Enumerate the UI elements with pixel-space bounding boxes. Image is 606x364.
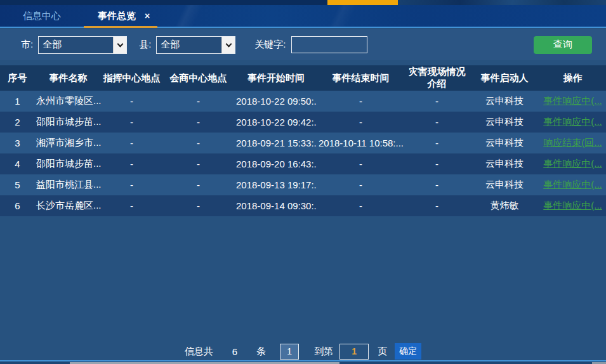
total-suffix-label: 条 bbox=[256, 346, 266, 358]
cell-scene-intro: - bbox=[404, 174, 470, 195]
col-starter: 事件启动人 bbox=[470, 65, 539, 91]
cell-end-time: - bbox=[317, 174, 404, 195]
cell-scene-intro: - bbox=[404, 91, 470, 112]
col-operation: 操作 bbox=[539, 65, 606, 91]
cell-command-center: - bbox=[102, 133, 162, 153]
cell-end-time: - bbox=[317, 195, 404, 216]
cell-start-time: 2018-09-14 09:30:... bbox=[235, 195, 317, 216]
cell-start-time: 2018-09-20 16:43:... bbox=[235, 153, 317, 174]
chevron-down-icon[interactable] bbox=[221, 37, 235, 53]
cell-meeting-center: - bbox=[162, 153, 235, 174]
cell-starter: 云申科技 bbox=[470, 112, 539, 133]
cell-scene-intro: - bbox=[404, 195, 470, 216]
county-label: 县: bbox=[139, 39, 151, 51]
cell-seq: 6 bbox=[0, 195, 35, 216]
active-tab-underline bbox=[84, 26, 157, 28]
cell-event-name: 邵阳市城步苗... bbox=[35, 153, 102, 174]
cell-command-center: - bbox=[102, 174, 162, 195]
cell-starter: 黄炜敏 bbox=[470, 195, 539, 216]
filter-bar: 市: 全部 县: 全部 关键字: 查询 bbox=[0, 29, 606, 60]
cell-seq: 1 bbox=[0, 91, 35, 112]
pagination-bar: 信息共 6 条 1 到第 页 确定 bbox=[0, 342, 606, 360]
cell-event-name: 永州市零陵区... bbox=[35, 91, 102, 112]
total-count: 6 bbox=[232, 346, 237, 357]
cell-meeting-center: - bbox=[162, 112, 235, 133]
cell-end-time: - bbox=[317, 153, 404, 174]
table-row[interactable]: 1 永州市零陵区... - - 2018-10-22 09:50:... - -… bbox=[0, 91, 606, 112]
action-link[interactable]: 事件响应中(... bbox=[543, 158, 602, 169]
cell-seq: 2 bbox=[0, 112, 35, 133]
tab-info-center[interactable]: 信息中心 bbox=[0, 5, 84, 27]
cell-start-time: 2018-09-13 19:17:... bbox=[235, 174, 317, 195]
cell-start-time: 2018-10-22 09:50:... bbox=[235, 91, 317, 112]
cell-starter: 云申科技 bbox=[470, 174, 539, 195]
cell-end-time: 2018-10-11 10:58:... bbox=[317, 133, 404, 153]
cell-command-center: - bbox=[102, 153, 162, 174]
cell-seq: 5 bbox=[0, 174, 35, 195]
tab-event-overview[interactable]: 事件总览 × bbox=[84, 5, 157, 27]
cell-seq: 4 bbox=[0, 153, 35, 174]
city-select-value: 全部 bbox=[39, 39, 113, 51]
keyword-label: 关键字: bbox=[254, 39, 286, 51]
cell-start-time: 2018-10-22 09:42:... bbox=[235, 112, 317, 133]
county-select-value: 全部 bbox=[157, 39, 221, 51]
confirm-button[interactable]: 确定 bbox=[395, 343, 421, 360]
cell-command-center: - bbox=[102, 112, 162, 133]
cell-event-name: 邵阳市城步苗... bbox=[35, 112, 102, 133]
action-link[interactable]: 事件响应中(... bbox=[543, 95, 602, 106]
cell-seq: 3 bbox=[0, 133, 35, 153]
col-meeting-center: 会商中心地点 bbox=[162, 65, 235, 91]
goto-page-label: 到第 bbox=[314, 346, 333, 358]
page-number-button[interactable]: 1 bbox=[280, 344, 299, 360]
table-row[interactable]: 6 长沙市岳麓区... - - 2018-09-14 09:30:... - -… bbox=[0, 195, 606, 216]
query-button[interactable]: 查询 bbox=[534, 36, 592, 54]
close-icon[interactable]: × bbox=[145, 11, 150, 21]
cell-starter: 云申科技 bbox=[470, 153, 539, 174]
action-link[interactable]: 事件响应中(... bbox=[543, 116, 602, 127]
cell-scene-intro: - bbox=[404, 112, 470, 133]
event-overview-page: { "top": { "tabs": [ { "label": "信息中心", … bbox=[0, 0, 606, 364]
col-scene-intro: 灾害现场情况介绍 bbox=[404, 65, 470, 91]
cell-end-time: - bbox=[317, 91, 404, 112]
table-row[interactable]: 3 湘潭市湘乡市... - - 2018-09-21 15:33:... 201… bbox=[0, 133, 606, 153]
col-end-time: 事件结束时间 bbox=[317, 65, 404, 91]
event-table: 序号 事件名称 指挥中心地点 会商中心地点 事件开始时间 事件结束时间 灾害现场… bbox=[0, 65, 606, 216]
cell-event-name: 湘潭市湘乡市... bbox=[35, 133, 102, 153]
cell-scene-intro: - bbox=[404, 133, 470, 153]
col-start-time: 事件开始时间 bbox=[235, 65, 317, 91]
top-strip bbox=[0, 0, 606, 5]
action-link[interactable]: 事件响应中(... bbox=[543, 179, 602, 190]
cell-command-center: - bbox=[102, 195, 162, 216]
col-command-center: 指挥中心地点 bbox=[102, 65, 162, 91]
city-select[interactable]: 全部 bbox=[38, 36, 127, 54]
tab-event-overview-label: 事件总览 bbox=[98, 10, 136, 22]
cell-starter: 云申科技 bbox=[470, 133, 539, 153]
county-select[interactable]: 全部 bbox=[156, 36, 235, 54]
total-prefix-label: 信息共 bbox=[185, 346, 213, 358]
cell-start-time: 2018-09-21 15:33:... bbox=[235, 133, 317, 153]
action-link[interactable]: 响应结束(回... bbox=[543, 137, 602, 148]
cell-starter: 云申科技 bbox=[470, 91, 539, 112]
keyword-input[interactable] bbox=[291, 36, 367, 53]
cell-command-center: - bbox=[102, 91, 162, 112]
tab-bar: 信息中心 事件总览 × bbox=[0, 5, 606, 28]
page-suffix-label: 页 bbox=[378, 346, 387, 358]
cell-scene-intro: - bbox=[404, 153, 470, 174]
top-background-image bbox=[398, 0, 606, 5]
goto-page-input[interactable] bbox=[339, 344, 369, 360]
cell-meeting-center: - bbox=[162, 91, 235, 112]
table-header: 序号 事件名称 指挥中心地点 会商中心地点 事件开始时间 事件结束时间 灾害现场… bbox=[0, 65, 606, 91]
cell-event-name: 益阳市桃江县... bbox=[35, 174, 102, 195]
top-orange-segment bbox=[327, 0, 398, 5]
cell-end-time: - bbox=[317, 112, 404, 133]
cell-meeting-center: - bbox=[162, 174, 235, 195]
chevron-down-icon[interactable] bbox=[113, 37, 126, 53]
cell-meeting-center: - bbox=[162, 195, 235, 216]
action-link[interactable]: 事件响应中(... bbox=[543, 200, 602, 211]
col-event-name: 事件名称 bbox=[35, 65, 102, 91]
cell-meeting-center: - bbox=[162, 133, 235, 153]
table-row[interactable]: 5 益阳市桃江县... - - 2018-09-13 19:17:... - -… bbox=[0, 174, 606, 195]
col-seq: 序号 bbox=[0, 65, 35, 91]
table-row[interactable]: 4 邵阳市城步苗... - - 2018-09-20 16:43:... - -… bbox=[0, 153, 606, 174]
table-row[interactable]: 2 邵阳市城步苗... - - 2018-10-22 09:42:... - -… bbox=[0, 112, 606, 133]
